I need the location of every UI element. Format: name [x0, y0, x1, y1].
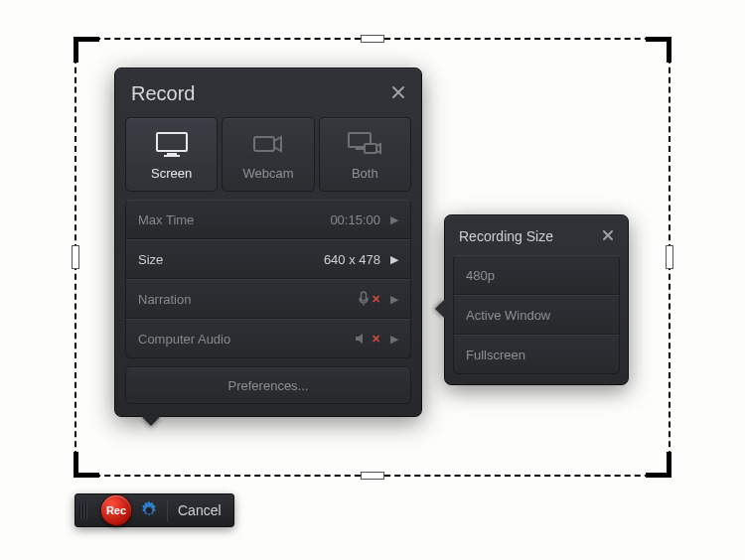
chevron-right-icon: ▶: [390, 293, 398, 306]
mode-screen[interactable]: Screen: [125, 117, 218, 192]
size-label: Size: [138, 252, 163, 267]
toolbar-divider: [167, 499, 168, 521]
record-panel: Record Screen Webcam Both Max Time: [114, 68, 422, 417]
preferences-button[interactable]: Preferences...: [125, 366, 411, 404]
monitor-icon: [152, 130, 192, 158]
chevron-right-icon: ▶: [390, 333, 398, 346]
recorder-toolbar: Rec Cancel: [74, 493, 234, 527]
gear-icon: [139, 500, 159, 520]
microphone-off-icon: ✕: [357, 291, 380, 307]
cancel-button[interactable]: Cancel: [176, 502, 224, 518]
mode-webcam[interactable]: Webcam: [222, 117, 314, 192]
size-option-480p[interactable]: 480p: [453, 255, 620, 295]
max-time-label: Max Time: [138, 212, 194, 227]
resize-handle-left[interactable]: [72, 245, 79, 269]
resize-handle-top[interactable]: [361, 35, 384, 43]
close-icon[interactable]: [602, 227, 614, 245]
mode-both[interactable]: Both: [319, 117, 411, 192]
record-button[interactable]: Rec: [101, 495, 131, 525]
size-option-label: 480p: [466, 268, 495, 283]
cancel-button-label: Cancel: [178, 502, 222, 518]
drag-handle[interactable]: [79, 500, 93, 520]
screen-camera-icon: [345, 130, 384, 158]
recording-size-title: Recording Size: [459, 228, 553, 244]
speaker-off-icon: ✕: [355, 332, 380, 346]
size-option-active-window[interactable]: Active Window: [453, 295, 620, 335]
size-option-label: Fullscreen: [466, 348, 525, 362]
record-button-label: Rec: [106, 504, 126, 516]
size-value: 640 x 478: [324, 252, 380, 267]
row-computer-audio[interactable]: Computer Audio ✕ ▶: [125, 319, 411, 358]
svg-rect-5: [356, 148, 364, 150]
svg-rect-2: [164, 155, 180, 157]
computer-audio-label: Computer Audio: [138, 332, 230, 347]
settings-button[interactable]: [139, 500, 159, 520]
mode-webcam-label: Webcam: [242, 166, 293, 181]
narration-label: Narration: [138, 292, 191, 307]
row-size[interactable]: Size 640 x 478 ▶: [125, 239, 411, 279]
row-narration[interactable]: Narration ✕ ▶: [125, 279, 411, 319]
svg-rect-1: [167, 153, 177, 155]
record-panel-title: Record: [131, 82, 195, 105]
camera-icon: [248, 130, 288, 158]
mode-both-label: Both: [352, 166, 378, 181]
mode-screen-label: Screen: [151, 166, 192, 181]
svg-rect-0: [157, 133, 187, 151]
chevron-right-icon: ▶: [390, 253, 398, 266]
chevron-right-icon: ▶: [390, 213, 398, 226]
row-max-time[interactable]: Max Time 00:15:00 ▶: [125, 200, 411, 239]
recording-size-popover: Recording Size 480p Active Window Fullsc…: [444, 214, 629, 385]
resize-handle-right[interactable]: [666, 245, 673, 269]
size-option-label: Active Window: [466, 308, 550, 323]
svg-rect-3: [254, 137, 274, 151]
svg-point-7: [147, 508, 151, 512]
resize-handle-bottom[interactable]: [361, 472, 384, 480]
close-icon[interactable]: [391, 85, 405, 103]
size-option-fullscreen[interactable]: Fullscreen: [453, 335, 620, 374]
max-time-value: 00:15:00: [330, 212, 380, 227]
preferences-label: Preferences...: [228, 378, 309, 393]
svg-rect-6: [365, 144, 376, 153]
